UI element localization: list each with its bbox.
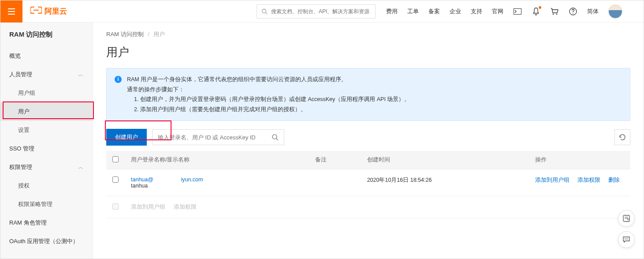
help-icon[interactable] bbox=[569, 7, 577, 16]
nav-link-fee[interactable]: 费用 bbox=[386, 8, 398, 15]
table-footer-row: 添加到用户组 添加权限 bbox=[106, 196, 630, 218]
user-display-name: tanhua bbox=[131, 183, 303, 189]
logo-icon bbox=[30, 6, 42, 17]
breadcrumb: RAM 访问控制 / 用户 bbox=[106, 30, 630, 38]
top-bar: 阿里云 费用 工单 备案 企业 支持 官网 简体 bbox=[0, 0, 644, 23]
svg-point-3 bbox=[556, 13, 558, 15]
user-login-name[interactable]: tanhua@ iyun.com bbox=[131, 176, 303, 183]
search-icon bbox=[261, 8, 268, 15]
sidebar-item-personnel[interactable]: 人员管理︿ bbox=[0, 65, 93, 84]
table-row: tanhua@ iyun.com tanhua 2020年10月16日 18:5… bbox=[106, 169, 630, 196]
svg-point-0 bbox=[262, 9, 266, 13]
bulk-add-permission: 添加权限 bbox=[174, 204, 197, 210]
terminal-icon[interactable] bbox=[513, 7, 522, 16]
chat-button[interactable] bbox=[618, 231, 635, 248]
sidebar-item-permissions[interactable]: 权限管理︿ bbox=[0, 158, 93, 176]
nav-link-enterprise[interactable]: 企业 bbox=[450, 8, 461, 15]
breadcrumb-current: 用户 bbox=[153, 31, 165, 38]
sidebar-item-settings[interactable]: 设置 bbox=[0, 121, 93, 139]
svg-point-5 bbox=[573, 13, 573, 14]
info-steps-title: 通常的操作步骤如下： bbox=[127, 85, 410, 95]
info-icon: i bbox=[115, 76, 122, 83]
footer-checkbox bbox=[112, 203, 119, 210]
avatar[interactable] bbox=[608, 4, 622, 19]
sidebar: RAM 访问控制 概览 人员管理︿ 用户组 用户 设置 SSO 管理 权限管理︿… bbox=[0, 23, 93, 259]
info-text: RAM 用户是一个身份实体，它通常代表您的组织中需要访问云资源的人员或应用程序。… bbox=[127, 75, 410, 114]
global-search[interactable] bbox=[257, 4, 376, 19]
feedback-button[interactable] bbox=[618, 210, 635, 227]
chevron-up-icon: ︿ bbox=[78, 71, 84, 79]
user-search-input[interactable] bbox=[158, 134, 272, 141]
search-icon[interactable] bbox=[272, 134, 279, 141]
logo-text: 阿里云 bbox=[45, 6, 67, 16]
select-all-checkbox[interactable] bbox=[112, 156, 119, 162]
breadcrumb-root[interactable]: RAM 访问控制 bbox=[106, 31, 144, 38]
action-delete[interactable]: 删除 bbox=[608, 176, 620, 184]
info-step-2: 添加用户到用户组（需要先创建用户组并完成对用户组的授权）。 bbox=[140, 105, 410, 115]
action-row: 创建用户 bbox=[106, 129, 630, 146]
nav-link-support[interactable]: 支持 bbox=[471, 8, 482, 15]
svg-point-11 bbox=[627, 239, 628, 240]
refresh-button[interactable] bbox=[614, 129, 630, 145]
svg-point-9 bbox=[625, 239, 625, 240]
user-remark bbox=[309, 169, 361, 196]
svg-point-10 bbox=[626, 239, 627, 240]
sidebar-title: RAM 访问控制 bbox=[0, 23, 93, 47]
sidebar-item-sso[interactable]: SSO 管理 bbox=[0, 139, 93, 158]
logo[interactable]: 阿里云 bbox=[22, 6, 67, 17]
hamburger-icon bbox=[7, 7, 16, 16]
sidebar-item-overview[interactable]: 概览 bbox=[0, 47, 93, 65]
action-add-to-group[interactable]: 添加到用户组 bbox=[535, 176, 570, 184]
cart-icon[interactable] bbox=[550, 7, 559, 16]
sidebar-item-oauth[interactable]: OAuth 应用管理（公测中） bbox=[0, 232, 93, 251]
bulk-add-to-group: 添加到用户组 bbox=[131, 204, 165, 210]
svg-point-8 bbox=[628, 220, 628, 221]
col-created: 创建时间 bbox=[361, 151, 529, 169]
nav-link-ticket[interactable]: 工单 bbox=[407, 8, 419, 15]
top-links: 费用 工单 备案 企业 支持 官网 简体 bbox=[376, 4, 633, 19]
info-box: i RAM 用户是一个身份实体，它通常代表您的组织中需要访问云资源的人员或应用程… bbox=[106, 68, 630, 121]
sidebar-item-users[interactable]: 用户 bbox=[0, 102, 93, 121]
info-description: RAM 用户是一个身份实体，它通常代表您的组织中需要访问云资源的人员或应用程序。 bbox=[127, 75, 410, 85]
global-search-input[interactable] bbox=[271, 8, 371, 15]
main-content: ‹ RAM 访问控制 / 用户 用户 i RAM 用户是一个身份实体，它通常代表… bbox=[93, 23, 644, 259]
bell-icon[interactable] bbox=[532, 7, 540, 16]
chat-icon bbox=[622, 236, 630, 244]
info-step-1: 创建用户，并为用户设置登录密码（用户登录控制台场景）或创建 AccessKey（… bbox=[140, 94, 410, 105]
nav-link-icp[interactable]: 备案 bbox=[428, 8, 440, 15]
row-checkbox[interactable] bbox=[112, 176, 119, 183]
col-loginname: 用户登录名称/显示名称 bbox=[125, 151, 309, 169]
sidebar-item-usergroups[interactable]: 用户组 bbox=[0, 84, 93, 102]
sidebar-item-roles[interactable]: RAM 角色管理 bbox=[0, 214, 93, 232]
nav-link-official[interactable]: 官网 bbox=[492, 8, 503, 15]
user-search-box[interactable] bbox=[152, 129, 284, 145]
user-created: 2020年10月16日 18:54:26 bbox=[361, 169, 529, 196]
action-add-permission[interactable]: 添加权限 bbox=[577, 176, 600, 184]
chevron-up-icon: ︿ bbox=[78, 163, 84, 171]
users-table: 用户登录名称/显示名称 备注 创建时间 操作 tanhua@ iyun.com … bbox=[106, 151, 630, 218]
svg-point-2 bbox=[553, 13, 554, 15]
create-user-button[interactable]: 创建用户 bbox=[106, 129, 147, 146]
sidebar-item-policies[interactable]: 权限策略管理 bbox=[0, 195, 93, 214]
breadcrumb-separator: / bbox=[148, 31, 149, 38]
page-title: 用户 bbox=[106, 45, 630, 60]
body: RAM 访问控制 概览 人员管理︿ 用户组 用户 设置 SSO 管理 权限管理︿… bbox=[0, 23, 644, 259]
refresh-icon bbox=[619, 134, 626, 141]
svg-point-6 bbox=[272, 135, 277, 139]
svg-rect-1 bbox=[514, 8, 521, 14]
menu-button[interactable] bbox=[0, 0, 22, 23]
col-remark: 备注 bbox=[309, 151, 361, 169]
lang-switch[interactable]: 简体 bbox=[587, 8, 599, 15]
col-action: 操作 bbox=[529, 151, 630, 169]
feedback-icon bbox=[622, 214, 630, 222]
sidebar-item-grants[interactable]: 授权 bbox=[0, 176, 93, 195]
